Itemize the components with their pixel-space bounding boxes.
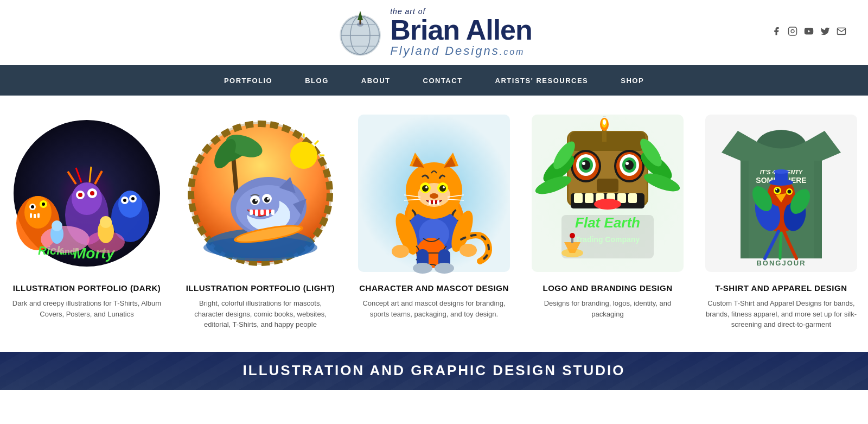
- svg-rect-140: [628, 193, 637, 203]
- svg-rect-67: [271, 210, 275, 215]
- portfolio-title-logo: LOGO AND BRANDING DESIGN: [543, 283, 673, 293]
- portfolio-item-tshirt[interactable]: IT'S 4 TWENTY SOMEWHERE: [694, 112, 868, 330]
- svg-line-78: [315, 141, 318, 144]
- svg-point-45: [52, 220, 62, 231]
- svg-point-73: [267, 198, 269, 200]
- svg-text:BONGJOUR: BONGJOUR: [756, 259, 806, 267]
- tshirt-svg: IT'S 4 TWENTY SOMEWHERE: [705, 112, 857, 275]
- portfolio-desc-mascot: Concept art and mascot designs for brand…: [358, 298, 510, 319]
- portfolio-title-mascot: CHARACTER AND MASCOT DESIGN: [359, 283, 508, 293]
- svg-point-70: [252, 199, 258, 204]
- email-link[interactable]: [837, 27, 846, 39]
- portfolio-title-light: ILLUSTRATION PORTFOLIO (LIGHT): [186, 283, 335, 293]
- portfolio-image-mascot: [358, 112, 510, 275]
- svg-point-171: [788, 190, 792, 194]
- svg-point-72: [255, 199, 257, 201]
- svg-rect-66: [266, 210, 269, 216]
- instagram-link[interactable]: [788, 27, 797, 39]
- portfolio-item-logo[interactable]: Flat Earth Trading Company LOGO AND BRAN…: [521, 112, 694, 330]
- nav-about[interactable]: ABOUT: [361, 67, 391, 94]
- logo-svg: Flat Earth Trading Company: [532, 112, 684, 275]
- logo-studio: Flyland Designs.com: [390, 44, 525, 58]
- svg-text:Flat Earth: Flat Earth: [575, 214, 640, 231]
- svg-rect-10: [789, 27, 797, 35]
- portfolio-item-mascot[interactable]: CHARACTER AND MASCOT DESIGN Concept art …: [347, 112, 521, 330]
- portfolio-image-light: [184, 112, 336, 275]
- portfolio-title-tshirt: T-SHIRT AND APPAREL DESIGN: [715, 283, 847, 293]
- svg-point-47: [100, 216, 112, 228]
- nav-contact[interactable]: CONTACT: [423, 67, 463, 94]
- svg-point-105: [430, 193, 438, 199]
- mascot-svg: [358, 112, 510, 275]
- svg-rect-21: [34, 214, 36, 218]
- youtube-link[interactable]: [804, 27, 814, 39]
- main-nav: PORTFOLIO BLOG ABOUT CONTACT ARTISTS' RE…: [0, 65, 868, 96]
- svg-rect-135: [574, 193, 583, 203]
- nav-blog[interactable]: BLOG: [305, 67, 329, 94]
- portfolio-desc-tshirt: Custom T-Shirt and Apparel Designs for b…: [705, 298, 857, 330]
- logo[interactable]: the art of Brian Allen Flyland Designs.c…: [336, 7, 532, 58]
- svg-point-89: [392, 245, 409, 258]
- dark-illustration-svg: Rick and Morty: [11, 112, 163, 275]
- svg-point-96: [435, 263, 454, 274]
- svg-point-104: [443, 186, 445, 188]
- portfolio-desc-light: Bright, colorful illustrations for masco…: [184, 298, 336, 330]
- facebook-link[interactable]: [771, 27, 781, 39]
- svg-point-103: [425, 186, 427, 188]
- svg-point-33: [78, 193, 82, 197]
- svg-point-126: [582, 162, 585, 165]
- nav-artists-resources[interactable]: ARTISTS' RESOURCES: [495, 67, 589, 94]
- svg-point-24: [118, 191, 142, 218]
- svg-rect-120: [570, 132, 646, 151]
- portfolio-image-tshirt: IT'S 4 TWENTY SOMEWHERE: [705, 112, 857, 275]
- svg-point-30: [72, 182, 102, 215]
- twitter-link[interactable]: [820, 27, 830, 39]
- svg-rect-63: [250, 210, 253, 215]
- svg-point-9: [357, 22, 363, 27]
- portfolio-item-light[interactable]: ILLUSTRATION PORTFOLIO (LIGHT) Bright, c…: [174, 112, 347, 330]
- portfolio-title-dark: ILLUSTRATION PORTFOLIO (DARK): [13, 283, 161, 293]
- logo-globe-icon: [336, 8, 385, 57]
- svg-point-141: [594, 199, 621, 210]
- footer-banner: ILLUSTRATION AND GRAPHIC DESIGN STUDIO: [0, 352, 868, 390]
- svg-point-125: [582, 160, 590, 170]
- svg-point-169: [776, 189, 777, 191]
- svg-point-76: [290, 142, 317, 169]
- svg-point-28: [131, 197, 135, 200]
- svg-rect-64: [255, 210, 258, 216]
- svg-point-42: [41, 226, 90, 253]
- svg-rect-108: [437, 200, 439, 205]
- svg-rect-107: [433, 200, 435, 205]
- portfolio-desc-dark: Dark and creepy illustrations for T-Shir…: [11, 298, 163, 319]
- svg-point-158: [570, 233, 575, 238]
- svg-rect-65: [260, 210, 264, 215]
- portfolio-grid: Rick and Morty ILLUSTRATION PORTFOLIO (D…: [0, 96, 868, 352]
- svg-rect-22: [37, 213, 40, 218]
- svg-text:Trading Company: Trading Company: [576, 235, 640, 244]
- svg-point-19: [42, 202, 45, 206]
- logo-name: Brian Allen: [390, 16, 532, 44]
- svg-point-101: [422, 185, 429, 192]
- nav-shop[interactable]: SHOP: [621, 67, 644, 94]
- svg-point-176: [774, 169, 789, 174]
- logo-text: the art of Brian Allen Flyland Designs.c…: [390, 7, 532, 58]
- portfolio-image-dark: Rick and Morty: [11, 112, 163, 275]
- svg-point-15: [24, 196, 52, 229]
- portfolio-image-logo: Flat Earth Trading Company: [532, 112, 684, 275]
- portfolio-desc-logo: Designs for branding, logos, identity, a…: [532, 298, 684, 319]
- light-illustration-svg: [184, 112, 336, 275]
- nav-portfolio[interactable]: PORTFOLIO: [224, 67, 272, 94]
- svg-point-154: [603, 119, 606, 125]
- svg-point-34: [90, 191, 94, 195]
- svg-point-131: [625, 160, 634, 170]
- footer-banner-text: ILLUSTRATION AND GRAPHIC DESIGN STUDIO: [243, 362, 626, 379]
- social-icons: [771, 27, 846, 39]
- site-header: the art of Brian Allen Flyland Designs.c…: [0, 0, 868, 65]
- portfolio-item-dark[interactable]: Rick and Morty ILLUSTRATION PORTFOLIO (D…: [0, 112, 174, 330]
- svg-point-27: [123, 199, 126, 202]
- svg-point-90: [459, 244, 477, 257]
- svg-point-71: [264, 197, 270, 202]
- svg-rect-20: [30, 213, 32, 218]
- svg-point-18: [31, 205, 34, 208]
- svg-rect-106: [429, 200, 431, 205]
